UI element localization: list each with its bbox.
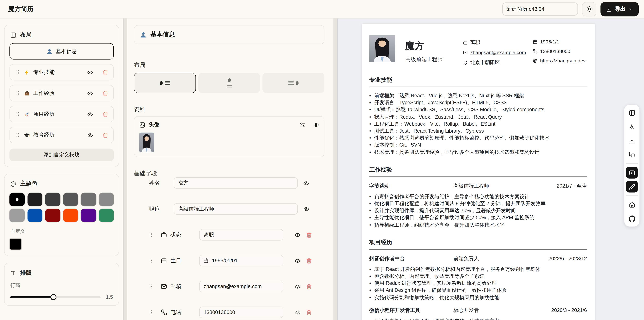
trash-icon[interactable] — [306, 232, 312, 238]
drag-handle-icon[interactable] — [148, 310, 154, 315]
contact-text: 北京市朝阳区 — [470, 59, 500, 66]
theme-color-swatch[interactable] — [45, 193, 60, 206]
contact-text: 1995/1/1 — [540, 39, 559, 45]
theme-color-swatch[interactable] — [27, 193, 42, 206]
trash-icon[interactable] — [306, 309, 312, 316]
font-style-button[interactable] — [626, 121, 638, 132]
sidebar-module-education[interactable]: 教育经历 — [10, 127, 114, 143]
theme-color-swatch[interactable] — [81, 193, 96, 206]
theme-color-swatch[interactable] — [63, 209, 78, 222]
field-input-status[interactable] — [199, 229, 284, 241]
bullet-text: 状态管理：Redux、Vuex、Zustand、Jotai、React Quer… — [374, 113, 502, 121]
sidebar-module-projects[interactable]: 项目经历 — [10, 106, 114, 122]
eye-icon[interactable] — [303, 206, 309, 212]
trash-icon[interactable] — [102, 69, 108, 75]
theme-color-swatch[interactable] — [81, 209, 96, 222]
entry-role: 高级前端工程师 — [454, 183, 556, 190]
drag-handle-icon[interactable] — [15, 111, 20, 117]
add-custom-module-button[interactable]: 添加自定义模块 — [10, 149, 114, 161]
slider-fill — [10, 296, 54, 298]
trash-icon[interactable] — [102, 90, 108, 96]
trash-icon[interactable] — [102, 132, 108, 138]
eye-icon[interactable] — [313, 122, 319, 128]
field-input-wrap — [199, 255, 284, 266]
field-input-position[interactable] — [174, 203, 298, 215]
drag-handle-icon[interactable] — [15, 90, 20, 96]
theme-color-swatch[interactable] — [10, 193, 24, 206]
editor-panel: 基本信息 布局 资料 头像 基础字段 姓名职位状态生日邮箱电话 — [127, 18, 334, 320]
home-button[interactable] — [626, 199, 638, 210]
download-button[interactable] — [626, 135, 638, 146]
bullet-item: 基于 React 开发的创作者数据分析和内容管理平台，服务百万级创作者群体 — [369, 266, 587, 273]
copy-icon — [628, 151, 635, 158]
eye-icon[interactable] — [87, 132, 93, 138]
resume-title-input[interactable] — [502, 2, 578, 15]
theme-color-swatch[interactable] — [45, 209, 60, 222]
module-list: 基本信息专业技能工作经验项目经历教育经历 — [10, 43, 114, 143]
bullet-text: 版本控制：Git、SVN — [374, 142, 421, 149]
slider-thumb[interactable] — [50, 294, 56, 300]
export-button[interactable]: 导出 — [600, 2, 639, 16]
line-height-slider[interactable] — [10, 296, 100, 298]
drag-handle-icon[interactable] — [148, 232, 154, 238]
layout-option-avatar-left[interactable] — [134, 73, 196, 93]
contact-item: 北京市朝阳区 — [463, 59, 532, 66]
resume-section: 项目经历抖音创作者中台前端负责人2022/6 - 2023/12基于 React… — [369, 239, 587, 320]
layout-option-avatar-top[interactable] — [198, 73, 260, 93]
app-window: 魔方简历 导出 布局 基本信息专业技能工作经验项目经历教育经历 添加自定义模块 — [0, 0, 644, 320]
drag-handle-icon[interactable] — [148, 284, 154, 289]
drag-handle-icon[interactable] — [15, 69, 20, 75]
field-input-phone[interactable] — [199, 307, 284, 318]
eye-icon[interactable] — [294, 309, 300, 316]
eye-icon[interactable] — [87, 111, 93, 117]
trash-icon[interactable] — [306, 283, 312, 290]
bullet-text: 开发语言：TypeScript、JavaScript(ES6+)、HTML5、C… — [374, 99, 506, 106]
resume-section-title: 项目经历 — [369, 239, 587, 246]
sidebar-module-basic-info[interactable]: 基本信息 — [10, 43, 114, 59]
avatar-dot-glyph — [228, 78, 231, 82]
theme-color-swatch[interactable] — [10, 209, 24, 222]
avatar-thumbnail[interactable] — [139, 133, 154, 152]
section-divider — [369, 87, 587, 87]
theme-color-swatch[interactable] — [63, 193, 78, 206]
field-input-email[interactable] — [199, 281, 284, 292]
layout-panels-button[interactable] — [626, 107, 638, 118]
layout-grid-icon — [10, 32, 16, 38]
eye-icon[interactable] — [294, 258, 300, 264]
eye-icon[interactable] — [294, 283, 300, 290]
trash-icon[interactable] — [306, 258, 312, 264]
bullet-list: 负责抖音创作者平台的开发与维护，主导多个核心功能的技术方案设计优化项目工程化配置… — [369, 193, 587, 229]
collapse-panel-button[interactable] — [626, 167, 638, 178]
trash-icon[interactable] — [102, 111, 108, 117]
eye-icon[interactable] — [87, 90, 93, 96]
eye-icon[interactable] — [294, 232, 300, 238]
calendar-icon — [533, 39, 538, 44]
field-input-birthday[interactable] — [199, 255, 284, 266]
eye-icon[interactable] — [87, 69, 93, 75]
field-input-name[interactable] — [174, 177, 298, 189]
eye-icon[interactable] — [303, 180, 309, 186]
sliders-icon[interactable] — [300, 122, 306, 128]
drag-handle-icon[interactable] — [15, 132, 20, 138]
resume-section-title: 工作经验 — [369, 166, 587, 174]
theme-color-swatch[interactable] — [27, 209, 42, 222]
copy-button[interactable] — [626, 149, 638, 160]
module-label: 工作经验 — [33, 89, 55, 97]
resume-sections: 专业技能前端框架：熟悉 React、Vue.js，熟悉 Next.js、Nuxt… — [369, 76, 587, 320]
field-label-birthday: 生日 — [170, 257, 199, 264]
drag-handle-icon[interactable] — [148, 258, 154, 264]
sidebar-module-work[interactable]: 工作经验 — [10, 85, 114, 101]
custom-color-label: 自定义 — [10, 228, 114, 235]
theme-color-swatch[interactable] — [99, 193, 114, 206]
layout-option-avatar-right[interactable] — [263, 73, 324, 93]
theme-color-swatch[interactable] — [99, 209, 114, 222]
text-lines-glyph — [165, 81, 170, 85]
custom-color-swatch[interactable] — [10, 238, 22, 251]
section-divider — [369, 176, 587, 177]
field-row-status: 状态 — [134, 229, 324, 241]
edit-button[interactable] — [626, 181, 638, 192]
sidebar-module-skills[interactable]: 专业技能 — [10, 64, 114, 80]
theme-toggle-button[interactable] — [582, 2, 596, 16]
pin-icon — [463, 60, 468, 65]
github-button[interactable] — [626, 213, 638, 225]
